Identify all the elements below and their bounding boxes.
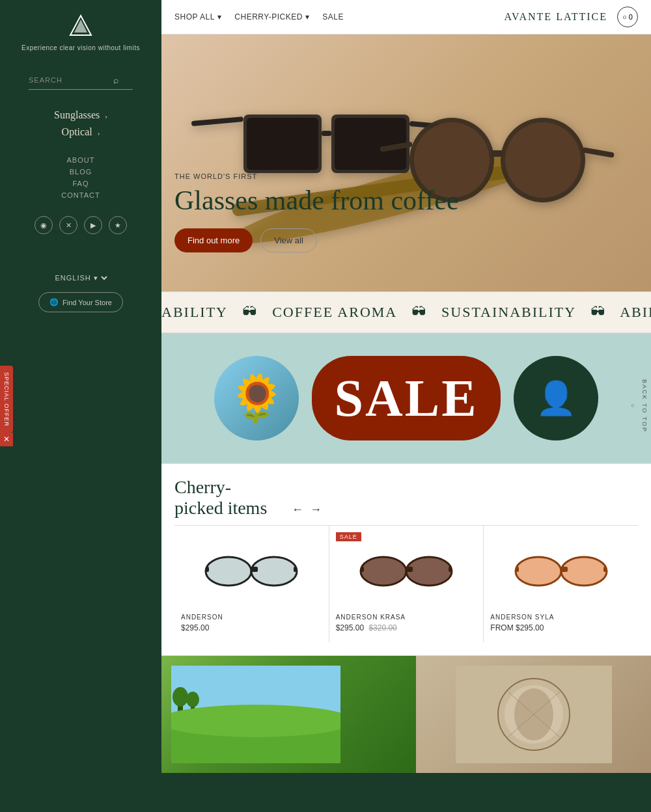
back-to-top[interactable]: BACK TO TOP ○ xyxy=(626,373,651,439)
language-select[interactable]: ENGLISH ▾ xyxy=(53,273,109,282)
hero-title: Glasses made from coffee xyxy=(174,185,459,215)
landscape-svg xyxy=(171,666,340,763)
product-image-anderson-krasa xyxy=(336,535,477,607)
svg-point-45 xyxy=(186,692,199,707)
product-detail-svg xyxy=(456,666,612,763)
nav-blog[interactable]: BLOG xyxy=(61,168,100,176)
close-special-offer[interactable]: ✕ xyxy=(0,433,13,446)
model-circle: 👤 xyxy=(514,356,598,440)
svg-point-43 xyxy=(173,687,188,707)
star-icon[interactable]: ★ xyxy=(109,216,127,234)
secondary-nav: ABOUT BLOG FAQ CONTACT xyxy=(61,156,100,203)
nav-about[interactable]: ABOUT xyxy=(61,156,100,164)
main-content: SHOP ALL ▾ CHERRY-PICKED ▾ SALE AVANTE L… xyxy=(161,0,651,773)
product-image-anderson-syla xyxy=(490,535,631,607)
hero-buttons: Find out more View all xyxy=(174,228,459,252)
globe-icon: 🌐 xyxy=(49,298,59,306)
products-row: ANDERSON $295.00 SALE A xyxy=(174,525,638,642)
youtube-icon[interactable]: ▶ xyxy=(84,216,102,234)
nav-shop-all[interactable]: SHOP ALL ▾ xyxy=(174,12,221,21)
sale-banner: 🌻 SALE 👤 xyxy=(161,333,651,463)
cherry-next-button[interactable]: → xyxy=(310,503,322,517)
svg-point-46 xyxy=(171,705,340,737)
nav-sale[interactable]: SALE xyxy=(322,12,344,21)
cart-button[interactable]: ○ 0 xyxy=(617,7,638,27)
krasa-glasses-svg xyxy=(357,548,455,594)
svg-marker-1 xyxy=(74,20,87,33)
top-nav-left: SHOP ALL ▾ CHERRY-PICKED ▾ SALE xyxy=(174,12,504,21)
logo-icon xyxy=(68,13,94,39)
sale-badge: SALE xyxy=(336,532,361,541)
instagram-icon[interactable]: ◉ xyxy=(35,216,53,234)
search-bar[interactable]: ⌕ xyxy=(29,71,133,90)
social-icons: ◉ ✕ ▶ ★ xyxy=(35,216,127,234)
hero-background xyxy=(161,34,651,291)
search-input[interactable] xyxy=(29,76,113,84)
hero-text: THE WORLD'S FIRST Glasses made from coff… xyxy=(174,172,459,252)
special-offer-tab[interactable]: SPECIAL OFFER xyxy=(0,366,13,433)
product-card-anderson-krasa[interactable]: SALE ANDERSON KRASA $295.00 $320.00 xyxy=(329,526,484,642)
find-out-more-button[interactable]: Find out more xyxy=(174,228,253,252)
ticker-content: ABILITY 🕶 COFFEE AROMA 🕶 SUSTAINABILITY … xyxy=(161,304,651,321)
find-store-button[interactable]: 🌐 Find Your Store xyxy=(38,292,123,312)
product-name-anderson-syla: ANDERSON SYLA xyxy=(490,614,631,621)
nav-cherry-picked[interactable]: CHERRY-PICKED ▾ xyxy=(234,12,309,21)
anderson-glasses-svg xyxy=(202,548,300,594)
nav-faq[interactable]: FAQ xyxy=(61,180,100,187)
svg-rect-7 xyxy=(335,118,406,170)
logo-container: Experience clear vision without limits xyxy=(21,13,140,51)
product-price-anderson-syla: FROM $295.00 xyxy=(490,623,631,632)
product-image-anderson xyxy=(181,535,322,607)
product-card-anderson-syla[interactable]: ANDERSON SYLA FROM $295.00 xyxy=(484,526,638,642)
product-name-anderson-krasa: ANDERSON KRASA xyxy=(336,614,477,621)
special-offer-wrapper: SPECIAL OFFER ✕ xyxy=(0,366,13,447)
nav-contact[interactable]: CONTACT xyxy=(61,191,100,199)
sale-pill[interactable]: SALE xyxy=(312,356,501,440)
bottom-images xyxy=(161,655,651,773)
twitter-x-icon[interactable]: ✕ xyxy=(59,216,77,234)
product-card-anderson[interactable]: ANDERSON $295.00 xyxy=(174,526,329,642)
product-name-anderson: ANDERSON xyxy=(181,614,322,621)
search-button[interactable]: ⌕ xyxy=(113,75,118,85)
logo-tagline: Experience clear vision without limits xyxy=(21,44,140,51)
model-emoji: 👤 xyxy=(536,379,576,417)
view-all-button[interactable]: View all xyxy=(260,228,317,252)
special-offer-label: SPECIAL OFFER xyxy=(3,372,10,427)
hero-subtitle: THE WORLD'S FIRST xyxy=(174,172,459,180)
nav-sunglasses[interactable]: Sunglasses › xyxy=(54,109,107,121)
cherry-prev-button[interactable]: ← xyxy=(292,503,303,517)
circle-icon: ○ xyxy=(630,402,636,410)
hero-section: THE WORLD'S FIRST Glasses made from coff… xyxy=(161,34,651,291)
svg-point-14 xyxy=(505,122,581,198)
sunflower-circle: 🌻 xyxy=(214,356,299,440)
ticker-bar: ABILITY 🕶 COFFEE AROMA 🕶 SUSTAINABILITY … xyxy=(161,291,651,333)
cherry-nav: ← → xyxy=(292,503,344,517)
sidebar: Experience clear vision without limits ⌕… xyxy=(0,0,161,812)
nav-optical[interactable]: Optical › xyxy=(54,126,107,138)
find-store-label: Find Your Store xyxy=(62,299,112,306)
main-nav: Sunglasses › Optical › xyxy=(54,109,107,143)
back-to-top-label: BACK TO TOP xyxy=(641,379,648,433)
cherry-header: Cherry-picked items ← → xyxy=(174,477,638,519)
svg-rect-8 xyxy=(322,131,331,136)
bottom-image-right xyxy=(416,656,651,773)
sale-text: SALE xyxy=(335,369,478,428)
product-price-anderson: $295.00 xyxy=(181,623,322,632)
original-price-krasa: $320.00 xyxy=(368,623,396,632)
cart-count: ○ 0 xyxy=(622,13,633,21)
svg-rect-9 xyxy=(191,116,243,126)
cherry-picked-title: Cherry-picked items xyxy=(174,477,279,519)
product-price-anderson-krasa: $295.00 $320.00 xyxy=(336,623,477,632)
sunflower-emoji: 🌻 xyxy=(229,372,285,425)
syla-glasses-svg xyxy=(512,548,610,594)
brand-name: AVANTE LATTICE xyxy=(504,11,607,23)
svg-rect-15 xyxy=(491,150,504,157)
bottom-image-left xyxy=(161,656,416,773)
cherry-picked-section: Cherry-picked items ← → xyxy=(161,463,651,655)
svg-rect-5 xyxy=(247,118,318,170)
top-nav: SHOP ALL ▾ CHERRY-PICKED ▾ SALE AVANTE L… xyxy=(161,0,651,34)
svg-rect-17 xyxy=(581,147,615,158)
top-nav-right: AVANTE LATTICE ○ 0 xyxy=(504,7,638,27)
